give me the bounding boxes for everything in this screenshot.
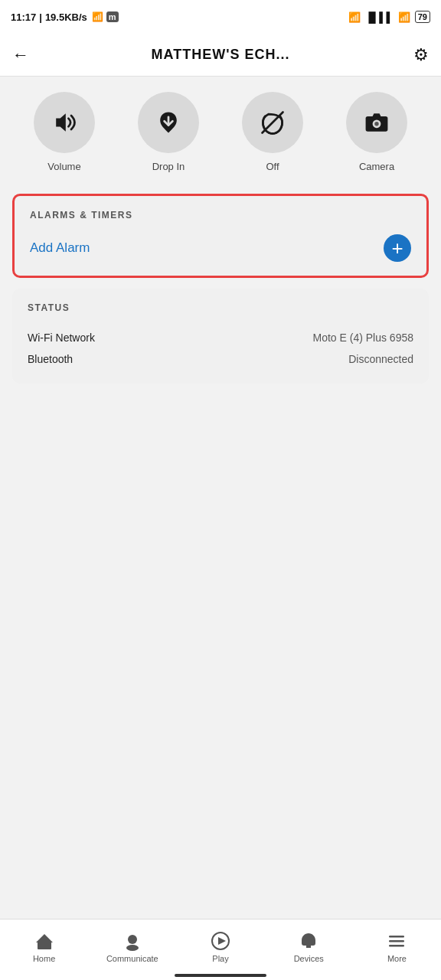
camera-circle[interactable] <box>346 92 407 153</box>
network-speed: 19.5KB/s <box>45 11 87 23</box>
page-header: ← MATTHEW'S ECH... ⚙ <box>0 34 441 77</box>
svg-marker-7 <box>36 934 53 942</box>
nav-more[interactable]: More <box>353 931 441 963</box>
svg-rect-14 <box>389 940 404 942</box>
settings-button[interactable]: ⚙ <box>401 45 429 65</box>
status-card-title: STATUS <box>28 302 413 313</box>
off-label: Off <box>266 161 279 172</box>
communicate-icon <box>122 931 142 951</box>
status-wifi-row: Wi-Fi Network Moto E (4) Plus 6958 <box>28 327 413 348</box>
quick-actions-row: Volume Drop In Off <box>12 92 429 172</box>
bluetooth-label: Bluetooth <box>28 353 73 365</box>
alarms-timers-card: ALARMS & TIMERS Add Alarm + <box>12 194 429 278</box>
devices-nav-label: Devices <box>294 954 324 963</box>
svg-marker-0 <box>56 113 66 131</box>
play-icon <box>211 931 230 951</box>
more-nav-label: More <box>387 954 407 963</box>
play-nav-label: Play <box>212 954 228 963</box>
off-icon <box>259 109 286 136</box>
sim-icon: m <box>106 11 119 22</box>
add-alarm-button[interactable]: + <box>384 234 411 262</box>
off-circle[interactable] <box>242 92 303 153</box>
svg-point-9 <box>128 935 137 944</box>
nav-play[interactable]: Play <box>176 931 264 963</box>
nav-communicate[interactable]: Communicate <box>88 931 176 963</box>
home-nav-label: Home <box>33 954 55 963</box>
back-button[interactable]: ← <box>12 45 40 65</box>
status-bluetooth-row: Bluetooth Disconnected <box>28 348 413 370</box>
status-bar: 11:17 | 19.5KB/s 📶 m 📶 ▐▌▌▌ 📶 79 <box>0 0 441 34</box>
dropin-icon <box>155 109 182 136</box>
camera-icon <box>363 109 390 136</box>
volume-icon <box>51 109 78 136</box>
action-off[interactable]: Off <box>242 92 303 172</box>
volume-circle[interactable] <box>34 92 95 153</box>
devices-icon <box>299 931 318 951</box>
wifi-label: Wi-Fi Network <box>28 332 95 344</box>
dropin-label: Drop In <box>152 161 185 172</box>
battery-display: 79 <box>415 11 430 23</box>
bottom-indicator <box>175 974 266 977</box>
home-icon <box>34 931 54 951</box>
page-title: MATTHEW'S ECH... <box>40 47 401 63</box>
bluetooth-icon: 📶 <box>348 11 361 23</box>
more-icon <box>387 931 407 951</box>
bottom-nav: Home Communicate Play Devices More <box>0 919 441 980</box>
status-card: STATUS Wi-Fi Network Moto E (4) Plus 695… <box>12 289 429 384</box>
bluetooth-value: Disconnected <box>348 353 413 365</box>
svg-rect-15 <box>389 945 404 947</box>
volume-label: Volume <box>47 161 80 172</box>
camera-label: Camera <box>359 161 394 172</box>
alarms-card-title: ALARMS & TIMERS <box>30 210 411 220</box>
svg-point-10 <box>126 945 139 951</box>
wifi-value: Moto E (4) Plus 6958 <box>312 332 413 344</box>
svg-point-5 <box>374 122 378 126</box>
signal-icon: ▐▌▌▌ <box>365 11 394 23</box>
action-dropin[interactable]: Drop In <box>138 92 199 172</box>
svg-marker-12 <box>218 937 226 945</box>
nav-devices[interactable]: Devices <box>265 931 353 963</box>
divider: | <box>39 11 42 23</box>
add-alarm-link[interactable]: Add Alarm <box>30 240 90 256</box>
main-content: Volume Drop In Off <box>0 77 441 399</box>
status-right: 📶 ▐▌▌▌ 📶 79 <box>348 11 430 23</box>
dropin-circle[interactable] <box>138 92 199 153</box>
action-volume[interactable]: Volume <box>34 92 95 172</box>
status-left: 11:17 | 19.5KB/s 📶 m <box>11 11 119 23</box>
action-camera[interactable]: Camera <box>346 92 407 172</box>
signal-icons: 📶 <box>92 11 103 22</box>
nav-home[interactable]: Home <box>0 931 88 963</box>
add-alarm-row: Add Alarm + <box>30 234 411 262</box>
wifi-icon: 📶 <box>398 11 410 23</box>
communicate-nav-label: Communicate <box>106 954 158 963</box>
time-display: 11:17 <box>11 11 36 23</box>
svg-rect-6 <box>38 942 51 949</box>
svg-rect-13 <box>389 936 404 938</box>
